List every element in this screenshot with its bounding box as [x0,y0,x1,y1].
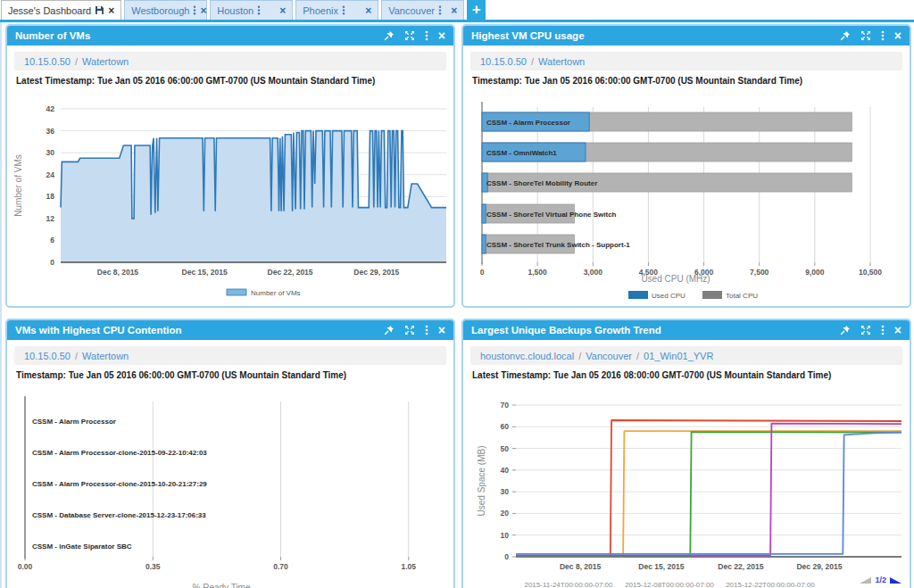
svg-text:10,500: 10,500 [859,268,882,277]
svg-text:1,500: 1,500 [528,268,548,277]
breadcrumb: 10.15.0.50/Watertown [470,52,902,70]
breadcrumb-separator: / [75,56,78,67]
tab-label: Houston [217,5,253,16]
panel-header: VMs with Highest CPU Contention × [7,320,453,340]
add-tab-button[interactable]: + [467,0,486,20]
svg-text:1.05: 1.05 [401,562,416,571]
breadcrumb-link[interactable]: 10.15.0.50 [24,351,71,361]
svg-text:2015-12-22T00:00:00-07:00: 2015-12-22T00:00:00-07:00 [726,581,815,588]
timestamp-text: Latest Timestamp: Tue Jan 05 2016 06:00:… [16,76,453,87]
panel-header: Highest VM CPU usage × [463,26,910,46]
tab-westborough[interactable]: Westborough× [124,0,207,20]
panel-actions: × [840,324,902,336]
save-icon[interactable] [95,5,104,15]
tab-jesse-s-dashboard[interactable]: Jesse's Dashboard× [1,0,121,20]
tab-close-icon[interactable]: × [365,5,371,16]
close-icon[interactable]: × [438,324,445,336]
breadcrumb-link[interactable]: houstonvc.cloud.local [480,351,574,361]
svg-text:Dec 22, 2015: Dec 22, 2015 [718,562,763,571]
tab-menu-kebab-icon[interactable] [193,5,196,15]
breadcrumb-link[interactable]: Vancouver [586,351,632,361]
close-icon[interactable]: × [894,324,902,336]
tab-menu-kebab-icon[interactable] [438,5,442,15]
tab-vancouver[interactable]: Vancouver× [381,0,464,20]
close-icon[interactable]: × [438,29,445,42]
svg-text:7,500: 7,500 [750,268,769,277]
svg-text:CSSM - Alarm Processor: CSSM - Alarm Processor [486,119,570,127]
panel-title: VMs with Highest CPU Contention [15,325,182,335]
svg-text:CSSM - Alarm Processor-clone-2: CSSM - Alarm Processor-clone-2015-10-20-… [32,480,207,488]
timestamp-text: Timestamp: Tue Jan 05 2016 06:00:00 GMT-… [16,370,453,381]
breadcrumb-link[interactable]: Watertown [82,351,129,361]
svg-text:Used Space (MB): Used Space (MB) [477,446,486,517]
svg-text:6: 6 [50,236,54,244]
next-page-icon[interactable] [890,577,902,584]
breadcrumb-link[interactable]: 10.15.0.50 [480,56,527,67]
svg-text:18: 18 [46,192,55,201]
breadcrumb-link[interactable]: 10.15.0.50 [24,56,71,67]
expand-icon[interactable] [404,325,415,335]
svg-text:0: 0 [50,258,54,267]
tab-menu-kebab-icon[interactable] [342,5,345,15]
breadcrumb-separator: / [636,351,639,361]
svg-text:10: 10 [501,531,510,540]
panel-actions: × [840,29,902,42]
svg-text:CSSM - inGate Siparator SBC: CSSM - inGate Siparator SBC [32,542,132,551]
expand-icon[interactable] [404,30,415,41]
pin-icon[interactable] [840,30,851,41]
legend-swatch [628,291,648,299]
page-indicator: 1/2 [875,576,886,584]
tab-phoenix[interactable]: Phoenix× [295,0,378,20]
svg-text:Dec 15, 2015: Dec 15, 2015 [182,268,228,277]
svg-text:Number of VMs: Number of VMs [251,289,301,297]
tab-close-icon[interactable]: × [451,5,457,16]
svg-text:50: 50 [501,444,510,453]
breadcrumb-link[interactable]: 01_Win01_YVR [644,351,713,361]
menu-kebab-icon[interactable] [425,325,428,335]
tab-houston[interactable]: Houston× [210,0,293,20]
svg-text:24: 24 [46,170,55,179]
prev-page-icon[interactable] [860,577,871,584]
panel-header: Largest Unique Backups Growth Trend × [463,320,910,340]
menu-kebab-icon[interactable] [881,30,885,41]
svg-text:Total CPU: Total CPU [726,292,758,300]
svg-text:CSSM - Alarm Processor-clone-2: CSSM - Alarm Processor-clone-2015-09-22-… [32,449,207,457]
svg-text:36: 36 [46,127,55,136]
svg-text:12: 12 [46,214,55,223]
panel-vms-highest-cpu-contention: VMs with Highest CPU Contention × 10.15.… [5,319,455,588]
tab-close-icon[interactable]: × [279,5,286,16]
breadcrumb-link[interactable]: Watertown [538,56,585,67]
tab-close-icon[interactable]: × [200,5,206,16]
svg-text:CSSM - ShoreTel Mobility Route: CSSM - ShoreTel Mobility Router [486,179,597,187]
svg-text:2015-11-24T00:00:00-07:00: 2015-11-24T00:00:00-07:00 [524,581,613,588]
expand-icon[interactable] [860,30,871,41]
svg-text:0.70: 0.70 [273,562,288,571]
tab-menu-kebab-icon[interactable] [257,5,261,15]
panel-title: Largest Unique Backups Growth Trend [471,325,661,335]
timestamp-text: Timestamp: Tue Jan 05 2016 06:00:00 GMT-… [472,76,910,87]
breadcrumb-separator: / [578,351,581,361]
panel-actions: × [384,29,445,42]
svg-text:2015-12-08T00:00:00-07:00: 2015-12-08T00:00:00-07:00 [625,581,714,588]
breadcrumb: 10.15.0.50/Watertown [14,346,446,365]
svg-text:Used CPU (MHz): Used CPU (MHz) [641,274,710,284]
tab-label: Jesse's Dashboard [8,5,91,16]
tab-close-icon[interactable]: × [108,5,114,16]
svg-text:Used CPU: Used CPU [652,292,686,300]
svg-text:Dec 22, 2015: Dec 22, 2015 [268,268,313,277]
breadcrumb: houstonvc.cloud.local/Vancouver/01_Win01… [470,346,902,365]
svg-text:Dec 29, 2015: Dec 29, 2015 [796,562,842,571]
pin-icon[interactable] [384,30,395,41]
panel-header: Number of VMs × [7,26,453,46]
menu-kebab-icon[interactable] [425,30,428,41]
expand-icon[interactable] [860,325,871,335]
svg-text:3,000: 3,000 [584,268,603,277]
menu-kebab-icon[interactable] [881,325,885,335]
pin-icon[interactable] [840,325,851,335]
close-icon[interactable]: × [894,29,902,42]
svg-text:42: 42 [46,104,55,113]
svg-text:CSSM - ShoreTel Virtual Phone: CSSM - ShoreTel Virtual Phone Switch [486,211,617,219]
dashboard-grid: Number of VMs × 10.15.0.50/Watertown Lat… [0,22,914,588]
pin-icon[interactable] [384,325,395,335]
breadcrumb-link[interactable]: Watertown [82,56,129,67]
